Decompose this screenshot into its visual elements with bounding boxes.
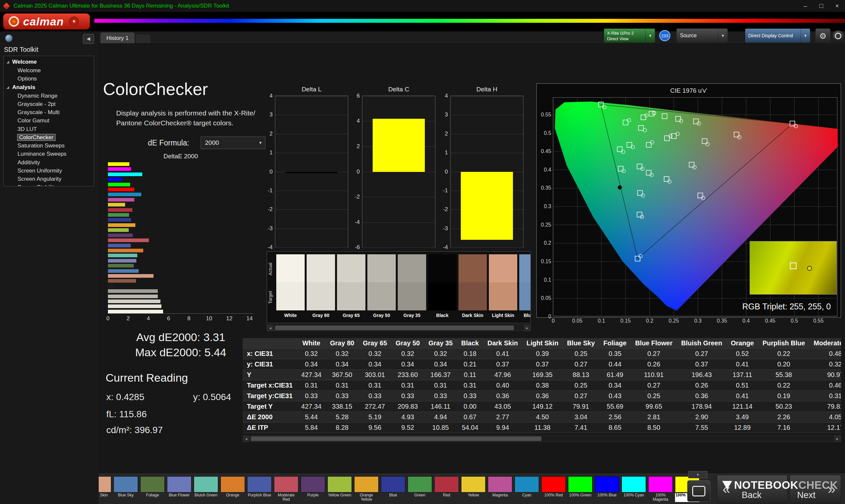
patch-button-orange-yellow[interactable]: Orange Yellow xyxy=(354,476,379,502)
sidebar-item-label: Grayscale - 2pt xyxy=(17,101,55,107)
deltae-bar xyxy=(108,300,160,303)
patch-button-100-blue[interactable]: 100% Blue xyxy=(595,476,619,502)
patch-button-bluish-green[interactable]: Bluish Green xyxy=(194,476,218,502)
scrollbar-thumb[interactable] xyxy=(251,436,541,441)
close-button[interactable]: × xyxy=(829,0,845,12)
patch-color xyxy=(140,476,165,492)
maximize-button[interactable]: □ xyxy=(813,0,829,12)
workflow-icon[interactable] xyxy=(5,35,13,42)
table-cell: 0.31 xyxy=(424,380,457,391)
patch-button-purple[interactable]: Purple xyxy=(301,476,325,502)
sidebar-item-screen-stability[interactable]: Screen Stability xyxy=(4,183,94,186)
patch-button-cyan[interactable]: Cyan xyxy=(515,476,539,502)
sidebar-item-saturation-sweeps[interactable]: Saturation Sweeps xyxy=(4,142,94,150)
meter-dropdown[interactable]: X-Rite i1Pro 2 Direct View ▼ xyxy=(604,29,655,43)
table-cell: 90.97 xyxy=(809,370,841,380)
patch-color xyxy=(541,476,566,492)
patch-button-yellow-green[interactable]: Yellow Green xyxy=(328,476,352,502)
patch-button-moderate-red[interactable]: Moderate Red xyxy=(274,476,298,502)
source-dropdown[interactable]: Source ▼ xyxy=(676,29,728,43)
sidebar-item-additivity[interactable]: Additivity xyxy=(4,158,94,166)
sidebar-item-screen-uniformity[interactable]: Screen Uniformity xyxy=(4,166,94,175)
patch-button-green[interactable]: Green xyxy=(408,476,432,502)
axis-tick-label: 0.2 xyxy=(646,318,653,324)
patch-button-100-cyan[interactable]: 100% Cyan xyxy=(621,476,646,502)
scroll-left-icon[interactable]: ◄ xyxy=(267,325,274,331)
sidebar-item-color-gamut[interactable]: Color Gamut xyxy=(4,116,94,125)
table-cell: 50.23 xyxy=(758,401,809,412)
sidebar-item-welcome[interactable]: Welcome xyxy=(4,66,94,74)
sidebar-item-options[interactable]: Options xyxy=(4,74,94,83)
tab-history-1[interactable]: History 1 xyxy=(101,33,134,43)
table-cell: 137.11 xyxy=(726,370,758,380)
patch-button-100-magenta[interactable]: 100% Magenta xyxy=(648,476,673,502)
scroll-right-icon[interactable]: ► xyxy=(524,325,530,331)
table-column-header: Light Skin xyxy=(522,338,563,349)
table-cell: 0.25 xyxy=(631,391,677,401)
scrollbar-thumb[interactable] xyxy=(275,326,514,330)
sidebar-item-luminance-sweeps[interactable]: Luminance Sweeps xyxy=(4,150,94,158)
sidebar-item-grayscale-multi[interactable]: Grayscale - Multi xyxy=(4,108,94,116)
de-formula-select[interactable]: 2000 ▼ xyxy=(201,137,265,149)
patch-button-magenta[interactable]: Magenta xyxy=(488,476,512,502)
patch-strip-scrollbar[interactable]: ◄ ► xyxy=(267,325,531,331)
logo-menu-button[interactable]: ▼ xyxy=(69,17,79,26)
scroll-right-icon[interactable]: ► xyxy=(834,436,841,442)
meter-line1: X-Rite i1Pro 2 xyxy=(607,31,634,36)
patch-color xyxy=(568,476,593,492)
patch-name: Gray 65 xyxy=(337,313,365,318)
window-layout-button[interactable] xyxy=(687,480,710,502)
patch-button-yellow[interactable]: Yellow xyxy=(461,476,486,502)
table-scrollbar[interactable]: ◄ ► xyxy=(243,435,841,442)
display-control-dropdown[interactable]: Direct Display Control ▼ xyxy=(745,29,810,43)
table-cell: 0.25 xyxy=(563,380,599,391)
table-cell: 0.21 xyxy=(457,359,483,370)
sidebar-title: SDR Toolkit xyxy=(4,46,38,53)
axis-tick-label: 0 xyxy=(261,168,272,175)
back-button[interactable]: « Back xyxy=(717,475,788,503)
table-cell: 11.38 xyxy=(522,422,563,433)
patch-button-foliage[interactable]: Foliage xyxy=(140,476,165,502)
patch-name: Blue Sky xyxy=(519,313,531,318)
table-cell: 0.33 xyxy=(391,391,424,401)
gridline xyxy=(275,210,348,210)
minimize-button[interactable]: – xyxy=(797,0,813,12)
actual-label: Actual xyxy=(268,258,276,281)
panel-expand-button[interactable]: ▲ xyxy=(688,471,707,478)
meter-count-badge[interactable]: 233 xyxy=(659,30,670,41)
calman-logo-text: calman xyxy=(23,15,64,28)
table-cell: 0.34 xyxy=(358,359,391,370)
patch-button-light-skin[interactable]: Light Skin xyxy=(99,476,111,502)
table-column-header: Black xyxy=(457,338,483,349)
reading-x: x: 0.4285 xyxy=(106,392,144,402)
help-button[interactable] xyxy=(832,30,844,41)
table-cell: 0.33 xyxy=(326,391,358,401)
sidebar-item-dynamic-range[interactable]: Dynamic Range xyxy=(4,92,94,100)
patch-button-blue-flower[interactable]: Blue Flower xyxy=(167,476,191,502)
patch-button-purplish-blue[interactable]: Purplish Blue xyxy=(247,476,272,502)
patch-color xyxy=(408,476,432,492)
next-button[interactable]: » Next xyxy=(790,475,841,503)
table-cell: 0.31 xyxy=(457,380,483,391)
new-tab-stub[interactable] xyxy=(136,34,150,43)
calman-logo[interactable]: calman ▼ xyxy=(3,14,90,29)
patch-button-blue[interactable]: Blue xyxy=(381,476,405,502)
rgb-triplet: RGB Triplet: 255, 255, 0 xyxy=(742,302,831,311)
scroll-left-icon[interactable]: ◄ xyxy=(243,436,249,442)
sidebar-collapse-button[interactable]: ◀ xyxy=(83,34,94,44)
patch-button-100-red[interactable]: 100% Red xyxy=(541,476,566,502)
patch-button-blue-sky[interactable]: Blue Sky xyxy=(113,476,138,502)
settings-button[interactable]: ⚙ xyxy=(815,29,830,43)
axis-tick-label: 1 xyxy=(437,149,448,156)
patch-button-100-green[interactable]: 100% Green xyxy=(568,476,593,502)
sidebar-item-3d-lut[interactable]: 3D LUT xyxy=(4,125,94,133)
source-label: Source xyxy=(680,33,697,39)
patch-button-red[interactable]: Red xyxy=(434,476,459,502)
sidebar-item-screen-angularity[interactable]: Screen Angularity xyxy=(4,175,94,183)
patch-button-orange[interactable]: Orange xyxy=(221,476,245,502)
table-column-header: Foliage xyxy=(599,338,631,349)
sidebar-item-grayscale-2pt[interactable]: Grayscale - 2pt xyxy=(4,100,94,108)
sidebar-item-colorchecker[interactable]: ColorChecker xyxy=(4,133,94,142)
deltae-bar xyxy=(108,162,129,166)
patch-color xyxy=(247,476,272,492)
